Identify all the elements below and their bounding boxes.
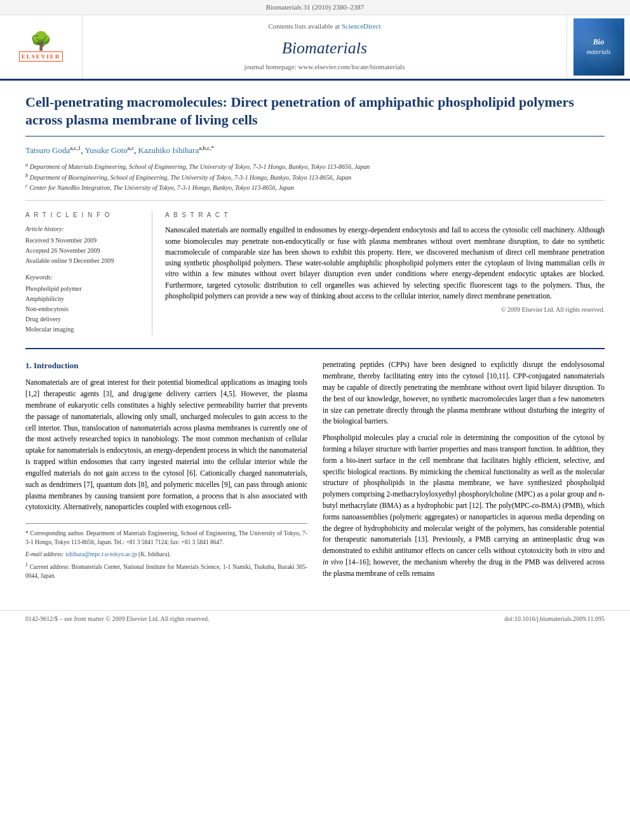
copyright-line: © 2009 Elsevier Ltd. All rights reserved… (165, 305, 605, 314)
article-info-header: A R T I C L E I N F O (25, 211, 142, 220)
footnotes: * Corresponding author. Department of Ma… (25, 523, 307, 580)
elsevier-logo: 🌳 ELSEVIER (13, 25, 70, 69)
keyword-1: Phospholipid polymer (25, 284, 142, 293)
body-columns: 1. Introduction Nanomaterials are of gre… (25, 359, 605, 584)
affiliation-c: c Center for NanoBio Integration, The Un… (25, 182, 605, 192)
abstract-column: A B S T R A C T Nanoscaled materials are… (165, 211, 605, 335)
issn-text: 0142-9612/$ – see front matter © 2009 El… (25, 615, 209, 623)
received-date: Received 9 November 2009 (25, 236, 142, 245)
homepage-line: journal homepage: www.elsevier.com/locat… (245, 62, 405, 72)
author-3-sup: a,b,c,* (199, 145, 214, 151)
article-info-column: A R T I C L E I N F O Article history: R… (25, 211, 152, 335)
footnote-corresponding: * Corresponding author. Department of Ma… (25, 529, 307, 547)
abstract-header: A B S T R A C T (165, 211, 605, 220)
doi-text: doi:10.1016/j.biomaterials.2009.11.095 (504, 615, 605, 623)
elsevier-logo-container: 🌳 ELSEVIER (0, 15, 83, 78)
contents-text: Contents lists available at (268, 22, 340, 30)
author-3: Kazuhiko Ishihara (138, 145, 199, 155)
page-number-text: Biomaterials 31 (2010) 2380–2387 (266, 3, 364, 11)
author-1: Tatsuro Goda (25, 145, 70, 155)
tree-icon: 🌳 (30, 32, 52, 50)
keyword-5: Molecular imaging (25, 325, 142, 334)
affiliation-b: b Department of Bioengineering, School o… (25, 172, 605, 182)
logo-image: 🌳 ELSEVIER (13, 25, 70, 69)
introduction-header: 1. Introduction (25, 359, 307, 372)
journal-cover-container: Bio materials (566, 15, 630, 78)
authors-line: Tatsuro Godaa,c,1, Yusuke Gotoa,c, Kazuh… (25, 144, 605, 157)
affiliations: a Department of Materials Engineering, S… (25, 161, 605, 201)
keyword-2: Amphiphilicity (25, 295, 142, 303)
intro-para-2: penetrating peptides (CPPs) have been de… (323, 359, 605, 427)
journal-title: Biomaterials (282, 37, 367, 60)
journal-header: 🌳 ELSEVIER Contents lists available at S… (0, 15, 630, 80)
section-title-text: Introduction (34, 361, 79, 370)
author-2: Yusuke Goto (84, 145, 128, 155)
abstract-text: Nanoscaled materials are normally engulf… (165, 225, 605, 302)
article-title: Cell-penetrating macromolecules: Direct … (25, 93, 605, 137)
footnote-1: 1 Current address: Biomaterials Center, … (25, 561, 307, 581)
journal-cover: Bio materials (573, 18, 624, 76)
body-col-right: penetrating peptides (CPPs) have been de… (323, 359, 605, 584)
sciencedirect-link[interactable]: ScienceDirect (342, 22, 381, 30)
section-divider (25, 348, 605, 349)
history-title: Article history: (25, 225, 142, 234)
intro-para-3: Phospholipid molecules play a crucial ro… (323, 432, 605, 580)
article-history: Article history: Received 9 November 200… (25, 225, 142, 265)
info-abstract-row: A R T I C L E I N F O Article history: R… (25, 211, 605, 335)
bottom-bar: 0142-9612/$ – see front matter © 2009 El… (0, 610, 630, 627)
keywords-section: Keywords: Phospholipid polymer Amphiphil… (25, 273, 142, 334)
accepted-date: Accepted 26 November 2009 (25, 246, 142, 255)
keywords-title: Keywords: (25, 273, 142, 282)
author-2-sup: a,c (128, 145, 134, 151)
online-date: Available online 9 December 2009 (25, 257, 142, 265)
affiliation-a: a Department of Materials Engineering, S… (25, 161, 605, 171)
cover-text: Bio materials (587, 37, 611, 56)
footnote-email: E-mail address: ishihara@mpc.t.u-tokyo.a… (25, 550, 307, 559)
author-1-sup: a,c,1 (70, 145, 81, 151)
section-number: 1. (25, 361, 32, 370)
contents-line: Contents lists available at ScienceDirec… (268, 22, 380, 31)
main-content: Cell-penetrating macromolecules: Direct … (0, 81, 630, 597)
elsevier-wordmark: ELSEVIER (19, 51, 64, 62)
intro-para-1: Nanomaterials are of great interest for … (25, 377, 307, 513)
body-col-left: 1. Introduction Nanomaterials are of gre… (25, 359, 307, 584)
journal-title-area: Contents lists available at ScienceDirec… (83, 15, 566, 78)
keyword-3: Non-endocytosis (25, 305, 142, 314)
top-bar: Biomaterials 31 (2010) 2380–2387 (0, 0, 630, 15)
keyword-4: Drug delivery (25, 315, 142, 324)
